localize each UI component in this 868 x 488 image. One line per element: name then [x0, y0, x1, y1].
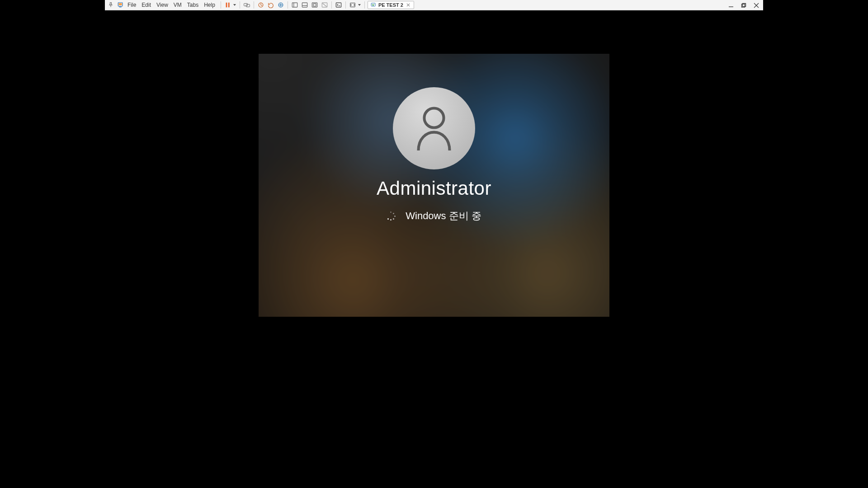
loading-spinner-icon [387, 211, 396, 221]
separator [240, 1, 240, 9]
console-view-button[interactable] [335, 1, 343, 9]
show-bottom-panel-button[interactable] [301, 1, 309, 9]
separator [288, 1, 288, 9]
svg-line-16 [323, 4, 327, 7]
vm-toolbar: File Edit View VM Tabs Help [105, 0, 763, 10]
svg-rect-11 [302, 3, 307, 7]
menu-help[interactable]: Help [201, 1, 218, 9]
vm-tab-label: PE TEST 2 [378, 2, 403, 8]
guest-screen[interactable]: Administrator Windows 준비 중 [259, 54, 609, 317]
menu-tabs[interactable]: Tabs [184, 1, 201, 9]
maximize-button[interactable] [740, 1, 748, 9]
svg-rect-13 [312, 3, 317, 7]
svg-rect-6 [246, 5, 250, 7]
stretch-guest-button[interactable] [349, 1, 362, 9]
minimize-button[interactable] [727, 1, 735, 9]
svg-point-23 [424, 108, 443, 127]
svg-rect-17 [336, 3, 341, 7]
vm-display-area: Administrator Windows 준비 중 [105, 10, 763, 370]
svg-rect-2 [119, 7, 122, 7]
menu-view[interactable]: View [154, 1, 171, 9]
snapshot-take-button[interactable] [257, 1, 265, 9]
separator [331, 1, 332, 9]
menu-file[interactable]: File [125, 1, 139, 9]
login-username: Administrator [377, 178, 491, 199]
menu-vm[interactable]: VM [171, 1, 184, 9]
fullscreen-button[interactable] [311, 1, 319, 9]
pause-button[interactable] [224, 1, 237, 9]
svg-rect-4 [228, 3, 230, 8]
svg-rect-9 [292, 3, 297, 7]
chevron-down-icon [358, 4, 361, 6]
separator [221, 1, 221, 9]
login-status-text: Windows 준비 중 [406, 209, 481, 223]
snapshot-manager-button[interactable] [277, 1, 285, 9]
svg-rect-14 [313, 4, 316, 6]
close-tab-button[interactable] [406, 2, 411, 8]
unity-mode-button[interactable] [321, 1, 329, 9]
windows-login: Administrator Windows 준비 중 [259, 54, 609, 317]
person-icon [413, 105, 455, 152]
snapshot-revert-button[interactable] [267, 1, 275, 9]
separator [364, 1, 365, 9]
svg-rect-3 [226, 3, 227, 8]
send-ctrl-alt-del-button[interactable] [243, 1, 251, 9]
vm-tab-icon [371, 2, 376, 8]
show-sidebar-button[interactable] [291, 1, 299, 9]
close-window-button[interactable] [752, 1, 760, 9]
app-icon[interactable] [117, 1, 125, 9]
pin-icon[interactable] [107, 1, 115, 9]
separator [345, 1, 346, 9]
svg-rect-5 [244, 4, 248, 6]
separator [254, 1, 254, 9]
chevron-down-icon [233, 4, 236, 6]
user-avatar [393, 87, 475, 169]
menu-edit[interactable]: Edit [139, 1, 154, 9]
svg-rect-1 [119, 3, 122, 5]
vm-tab[interactable]: PE TEST 2 [368, 1, 414, 9]
